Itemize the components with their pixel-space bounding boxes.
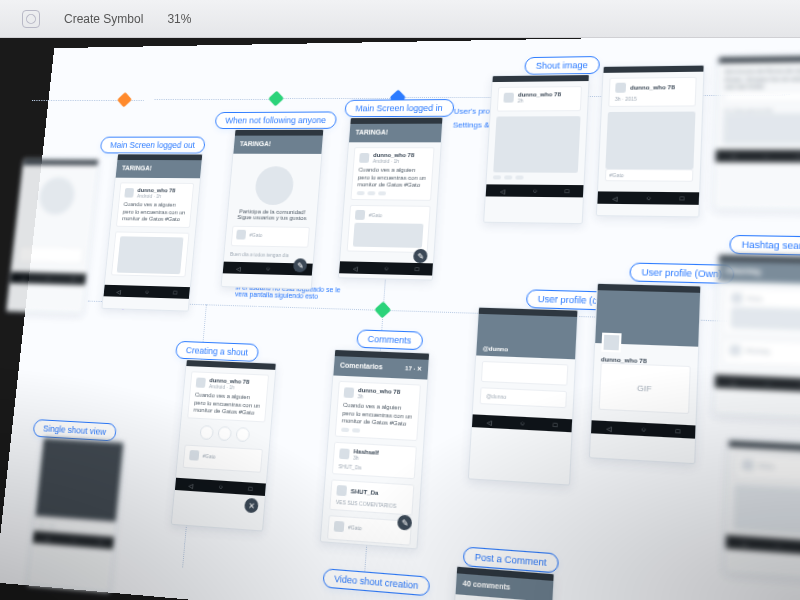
- mock-creating-shout[interactable]: dunno_who 78Android · 1h Cuando ves a al…: [171, 359, 277, 532]
- canvas[interactable]: Main Screen logged out When not followin…: [0, 34, 800, 600]
- label-hashtag[interactable]: Hashtag search: [729, 235, 800, 256]
- label-video-shout[interactable]: Video shout creation: [322, 568, 430, 596]
- mock-main-logged-out[interactable]: TARINGA! dunno_who 78Android · 1h Cuando…: [101, 153, 203, 311]
- zoom-level[interactable]: 31%: [167, 12, 191, 26]
- label-main-logged-out[interactable]: Main Screen logged out: [100, 137, 206, 154]
- label-shout-image[interactable]: Shout image: [524, 56, 599, 75]
- mock-not-following[interactable]: TARINGA! Participa de la comunidad! Sigu…: [221, 129, 325, 290]
- label-main-logged-in[interactable]: Main Screen logged in: [344, 99, 454, 117]
- mock-profile-other[interactable]: dunno_who 78 GIF ◁○□: [589, 283, 702, 464]
- mock-shout-image-3[interactable]: Era bucca de Roma de rara Esses. Essque …: [713, 55, 800, 211]
- appbar-title: TARINGA!: [122, 165, 153, 172]
- mock-hashtag[interactable]: #Hashtag #Gato #Hashtag ◁○□: [713, 254, 800, 420]
- mock-shout-image-1[interactable]: dunno_who 782h ◁○□: [483, 74, 590, 224]
- mock-single-shout[interactable]: ◁○□: [27, 437, 124, 592]
- close-fab-icon[interactable]: ✕: [244, 498, 259, 513]
- mock-main-logged-in[interactable]: TARINGA! dunno_who 78Android · 1h Cuando…: [338, 117, 444, 281]
- mock-comments[interactable]: Comentarios17 · ✕ dunno_who 783h Cuando …: [320, 349, 430, 550]
- mock-logged-out-far[interactable]: ◁○□: [6, 159, 99, 314]
- label-not-following[interactable]: When not following anyone: [215, 111, 338, 129]
- create-symbol-label[interactable]: Create Symbol: [64, 12, 143, 26]
- app-toolbar: Create Symbol 31%: [0, 0, 800, 38]
- mock-extra-right[interactable]: #Gato ◁○□: [724, 439, 800, 580]
- create-symbol-icon[interactable]: [22, 10, 40, 28]
- mock-shout-image-2[interactable]: dunno_who 783h · 2015 #Gato ◁○□: [596, 65, 705, 218]
- mock-profile-own[interactable]: @dunno @dunno ◁○□: [468, 307, 579, 486]
- label-comments[interactable]: Comments: [356, 329, 423, 350]
